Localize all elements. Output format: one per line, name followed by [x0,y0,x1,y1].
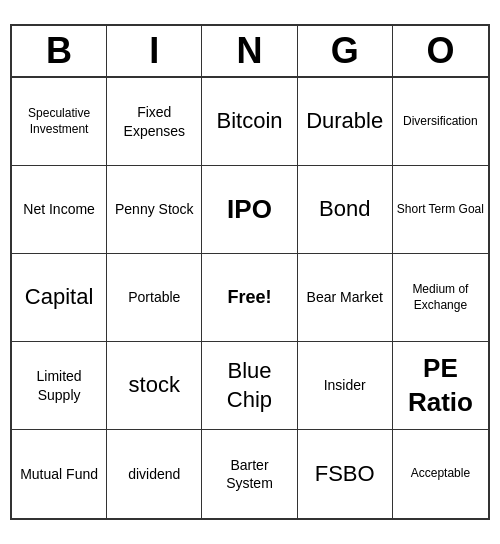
bingo-cell-18: Insider [298,342,393,430]
bingo-header: BINGO [12,26,488,78]
bingo-cell-1: Fixed Expenses [107,78,202,166]
bingo-cell-4: Diversification [393,78,488,166]
bingo-letter-i: I [107,26,202,76]
bingo-cell-20: Mutual Fund [12,430,107,518]
bingo-card: BINGO Speculative InvestmentFixed Expens… [10,24,490,520]
bingo-cell-10: Capital [12,254,107,342]
bingo-letter-g: G [298,26,393,76]
bingo-cell-3: Durable [298,78,393,166]
bingo-cell-14: Medium of Exchange [393,254,488,342]
bingo-cell-22: Barter System [202,430,297,518]
bingo-cell-9: Short Term Goal [393,166,488,254]
bingo-cell-6: Penny Stock [107,166,202,254]
bingo-letter-n: N [202,26,297,76]
bingo-cell-17: Blue Chip [202,342,297,430]
bingo-cell-15: Limited Supply [12,342,107,430]
bingo-cell-23: FSBO [298,430,393,518]
bingo-cell-11: Portable [107,254,202,342]
bingo-cell-24: Acceptable [393,430,488,518]
bingo-cell-16: stock [107,342,202,430]
bingo-grid: Speculative InvestmentFixed ExpensesBitc… [12,78,488,518]
bingo-cell-2: Bitcoin [202,78,297,166]
bingo-letter-o: O [393,26,488,76]
bingo-cell-19: PE Ratio [393,342,488,430]
bingo-cell-0: Speculative Investment [12,78,107,166]
bingo-cell-5: Net Income [12,166,107,254]
bingo-cell-7: IPO [202,166,297,254]
bingo-cell-13: Bear Market [298,254,393,342]
bingo-cell-8: Bond [298,166,393,254]
bingo-cell-12: Free! [202,254,297,342]
bingo-cell-21: dividend [107,430,202,518]
bingo-letter-b: B [12,26,107,76]
